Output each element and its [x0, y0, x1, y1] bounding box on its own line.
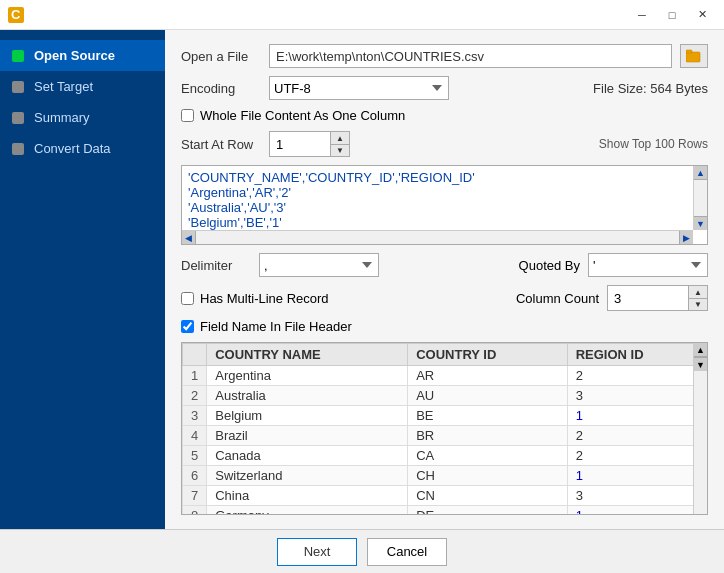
col-spin-up-button[interactable]: ▲ — [689, 286, 707, 298]
preview-line-1: 'COUNTRY_NAME','COUNTRY_ID','REGION_ID' — [188, 170, 701, 185]
col-header-num — [183, 344, 207, 366]
column-count-label: Column Count — [516, 291, 599, 306]
start-at-label: Start At Row — [181, 137, 261, 152]
spin-down-button[interactable]: ▼ — [331, 144, 349, 156]
country-name-cell: Germany — [207, 506, 408, 516]
cancel-button[interactable]: Cancel — [367, 538, 447, 566]
preview-line-2: 'Argentina','AR','2' — [188, 185, 701, 200]
row-num-cell: 3 — [183, 406, 207, 426]
country-name-cell: Brazil — [207, 426, 408, 446]
column-count-section: Column Count ▲ ▼ — [516, 285, 708, 311]
row-num-cell: 8 — [183, 506, 207, 516]
table-row: 3BelgiumBE1 — [183, 406, 707, 426]
country-name-cell: Switzerland — [207, 466, 408, 486]
next-button[interactable]: Next — [277, 538, 357, 566]
region-id-cell: 1 — [567, 506, 706, 516]
start-row-input[interactable] — [270, 132, 330, 156]
col-count-input[interactable] — [608, 286, 688, 310]
multiline-label: Has Multi-Line Record — [200, 291, 329, 306]
start-at-row: Start At Row ▲ ▼ Show Top 100 Rows — [181, 131, 708, 157]
open-file-label: Open a File — [181, 49, 261, 64]
whole-file-checkbox[interactable] — [181, 109, 194, 122]
restore-button[interactable]: □ — [658, 4, 686, 26]
table-row: 5CanadaCA2 — [183, 446, 707, 466]
quoted-by-select[interactable]: ' — [588, 253, 708, 277]
spin-up-button[interactable]: ▲ — [331, 132, 349, 144]
field-name-label: Field Name In File Header — [200, 319, 352, 334]
multiline-checkbox[interactable] — [181, 292, 194, 305]
scroll-up-btn[interactable]: ▲ — [694, 166, 707, 180]
encoding-row: Encoding UTF-8 File Size: 564 Bytes — [181, 76, 708, 100]
multiline-checkbox-group: Has Multi-Line Record — [181, 291, 329, 306]
preview-box[interactable]: 'COUNTRY_NAME','COUNTRY_ID','REGION_ID' … — [181, 165, 708, 245]
sidebar-item-convert-data[interactable]: Convert Data — [0, 133, 165, 164]
region-id-cell: 2 — [567, 426, 706, 446]
row-num-cell: 4 — [183, 426, 207, 446]
region-id-cell: 1 — [567, 406, 706, 426]
sidebar-label: Set Target — [34, 79, 93, 94]
region-id-cell: 3 — [567, 386, 706, 406]
country-id-cell: BE — [408, 406, 567, 426]
scroll-down-btn[interactable]: ▼ — [694, 216, 707, 230]
table-header-row: COUNTRY NAME COUNTRY ID REGION ID — [183, 344, 707, 366]
row-num-cell: 2 — [183, 386, 207, 406]
preview-hscroll[interactable]: ◀ ▶ — [182, 230, 693, 244]
country-id-cell: CA — [408, 446, 567, 466]
scroll-right-btn[interactable]: ▶ — [679, 231, 693, 244]
browse-button[interactable] — [680, 44, 708, 68]
table-scroll-up[interactable]: ▲ — [694, 343, 707, 357]
field-name-checkbox[interactable] — [181, 320, 194, 333]
preview-vscroll[interactable]: ▲ ▼ — [693, 166, 707, 230]
open-file-row: Open a File — [181, 44, 708, 68]
quoted-by-section: Quoted By ' — [519, 253, 708, 277]
dot-icon — [12, 112, 24, 124]
country-id-cell: BR — [408, 426, 567, 446]
title-bar-left: C — [8, 7, 24, 23]
delimiter-row: Delimiter , Quoted By ' — [181, 253, 708, 277]
country-id-cell: CN — [408, 486, 567, 506]
preview-line-4: 'Belgium','BE','1' — [188, 215, 701, 230]
sidebar-item-summary[interactable]: Summary — [0, 102, 165, 133]
start-row-spinner: ▲ ▼ — [269, 131, 350, 157]
svg-rect-2 — [686, 52, 700, 62]
col-header-region-id: REGION ID — [567, 344, 706, 366]
dot-icon — [12, 50, 24, 62]
country-id-cell: AR — [408, 366, 567, 386]
country-name-cell: Belgium — [207, 406, 408, 426]
region-id-cell: 2 — [567, 366, 706, 386]
table-vscroll[interactable]: ▲ ▼ — [693, 343, 707, 514]
sidebar-item-set-target[interactable]: Set Target — [0, 71, 165, 102]
bottom-bar: Next Cancel — [0, 529, 724, 573]
country-id-cell: CH — [408, 466, 567, 486]
encoding-label: Encoding — [181, 81, 261, 96]
data-table-wrapper[interactable]: COUNTRY NAME COUNTRY ID REGION ID 1Argen… — [181, 342, 708, 515]
table-row: 2AustraliaAU3 — [183, 386, 707, 406]
sidebar-item-open-source[interactable]: Open Source — [0, 40, 165, 71]
delimiter-select[interactable]: , — [259, 253, 379, 277]
svg-text:C: C — [11, 7, 21, 22]
region-id-cell: 3 — [567, 486, 706, 506]
table-row: 7ChinaCN3 — [183, 486, 707, 506]
encoding-select[interactable]: UTF-8 — [269, 76, 449, 100]
quoted-by-label: Quoted By — [519, 258, 580, 273]
col-header-country-id: COUNTRY ID — [408, 344, 567, 366]
col-spin-down-button[interactable]: ▼ — [689, 298, 707, 310]
dot-icon — [12, 143, 24, 155]
title-controls: ─ □ ✕ — [628, 4, 716, 26]
table-row: 6SwitzerlandCH1 — [183, 466, 707, 486]
main-layout: Open Source Set Target Summary Convert D… — [0, 30, 724, 529]
file-size-label: File Size: 564 Bytes — [593, 81, 708, 96]
country-id-cell: AU — [408, 386, 567, 406]
row-num-cell: 7 — [183, 486, 207, 506]
country-name-cell: China — [207, 486, 408, 506]
table-scroll-down[interactable]: ▼ — [694, 357, 707, 371]
scroll-left-btn[interactable]: ◀ — [182, 231, 196, 244]
sidebar-label: Convert Data — [34, 141, 111, 156]
region-id-cell: 2 — [567, 446, 706, 466]
country-name-cell: Australia — [207, 386, 408, 406]
minimize-button[interactable]: ─ — [628, 4, 656, 26]
close-button[interactable]: ✕ — [688, 4, 716, 26]
file-path-input[interactable] — [269, 44, 672, 68]
folder-icon — [686, 49, 702, 63]
field-name-row: Field Name In File Header — [181, 319, 708, 334]
